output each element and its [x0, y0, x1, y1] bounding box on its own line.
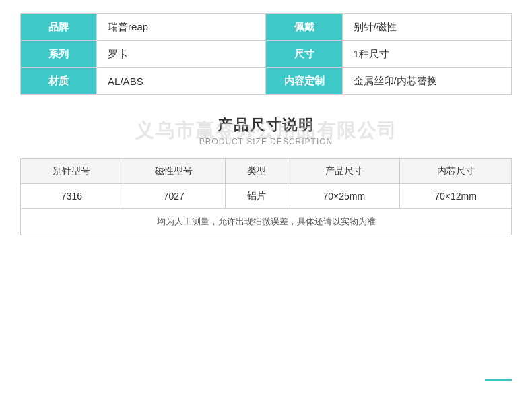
header-product-size: 产品尺寸	[288, 159, 400, 184]
size-table-note-row: 均为人工测量，允许出现细微误差，具体还请以实物为准	[21, 209, 512, 235]
bottom-decoration	[485, 379, 512, 381]
size-title-zh: 产品尺寸说明	[20, 115, 512, 135]
cell-type: 铝片	[225, 184, 288, 209]
header-inner-size: 内芯尺寸	[400, 159, 512, 184]
info-row-brand: 品牌 瑞普reap 佩戴 别针/磁性	[21, 14, 512, 41]
value-size: 1种尺寸	[342, 41, 511, 68]
cell-inner-size: 70×12mm	[400, 184, 512, 209]
info-row-material: 材质 AL/ABS 内容定制 金属丝印/内芯替换	[21, 68, 512, 95]
cell-product-size: 70×25mm	[288, 184, 400, 209]
info-table: 品牌 瑞普reap 佩戴 别针/磁性 系列 罗卡 尺寸 1种尺寸 材质 AL/A…	[20, 13, 512, 95]
label-custom: 内容定制	[266, 68, 342, 95]
cell-pin-model: 7316	[21, 184, 123, 209]
value-material: AL/ABS	[97, 68, 266, 95]
size-table-row: 7316 7027 铝片 70×25mm 70×12mm	[21, 184, 512, 209]
note-text: 均为人工测量，允许出现细微误差，具体还请以实物为准	[21, 209, 512, 235]
value-wear: 别针/磁性	[342, 14, 511, 41]
label-brand: 品牌	[21, 14, 97, 41]
label-material: 材质	[21, 68, 97, 95]
size-section: 义乌市赢签办公用品有限公司 产品尺寸说明 PRODUCT SIZE DESCRI…	[20, 115, 512, 146]
size-table: 别针型号 磁性型号 类型 产品尺寸 内芯尺寸 7316 7027 铝片 70×2…	[20, 158, 512, 235]
size-title-en: PRODUCT SIZE DESCRIPTION	[20, 137, 512, 146]
label-series: 系列	[21, 41, 97, 68]
value-brand: 瑞普reap	[97, 14, 266, 41]
header-type: 类型	[225, 159, 288, 184]
value-custom: 金属丝印/内芯替换	[342, 68, 511, 95]
size-table-header: 别针型号 磁性型号 类型 产品尺寸 内芯尺寸	[21, 159, 512, 184]
label-size: 尺寸	[266, 41, 342, 68]
info-row-series: 系列 罗卡 尺寸 1种尺寸	[21, 41, 512, 68]
label-wear: 佩戴	[266, 14, 342, 41]
page-wrapper: 品牌 瑞普reap 佩戴 别针/磁性 系列 罗卡 尺寸 1种尺寸 材质 AL/A…	[0, 0, 532, 393]
value-series: 罗卡	[97, 41, 266, 68]
header-pin-model: 别针型号	[21, 159, 123, 184]
cell-mag-model: 7027	[123, 184, 225, 209]
header-mag-model: 磁性型号	[123, 159, 225, 184]
